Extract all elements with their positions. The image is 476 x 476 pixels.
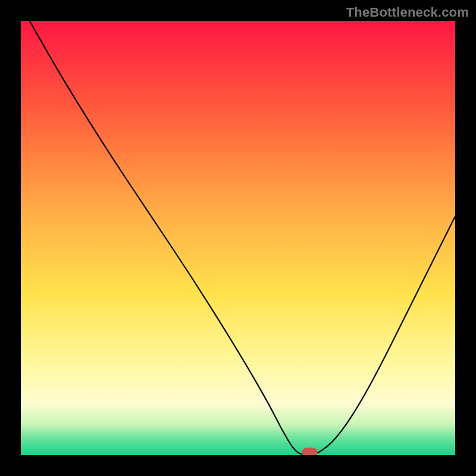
plot-area (21, 21, 455, 455)
chart-background (21, 21, 455, 455)
chart-container: TheBottleneck.com (0, 0, 476, 476)
optimal-marker (302, 448, 317, 455)
chart-svg (21, 21, 455, 455)
watermark-text: TheBottleneck.com (346, 5, 469, 20)
